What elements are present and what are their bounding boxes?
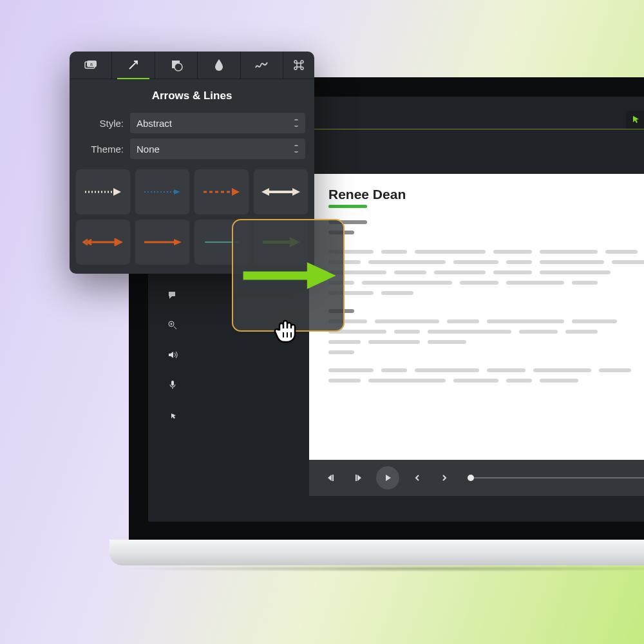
mic-tool-icon[interactable] [167, 379, 178, 390]
placeholder-text [328, 220, 644, 389]
popover-tabs: a [70, 52, 314, 79]
playback-bar [309, 460, 644, 496]
tab-command[interactable] [283, 52, 314, 79]
style-label: Style: [79, 118, 124, 129]
next-button[interactable] [435, 469, 453, 487]
laptop-base [109, 540, 644, 565]
svg-point-6 [171, 323, 172, 325]
prev-button[interactable] [408, 469, 426, 487]
timeline-scrubber[interactable] [468, 477, 644, 478]
click-tool-icon[interactable] [167, 408, 178, 420]
tab-blur[interactable] [198, 52, 240, 79]
style-select[interactable]: Abstract [130, 113, 305, 133]
callout-tool-icon[interactable] [167, 290, 178, 301]
arrow-style-dotted-blue[interactable] [135, 169, 189, 214]
tab-shape[interactable] [155, 52, 198, 79]
grab-cursor-icon [270, 316, 303, 350]
canvas-mini-toolbar [626, 111, 644, 129]
step-back-button[interactable] [322, 469, 340, 487]
canvas-area[interactable]: Renee Dean [309, 174, 644, 470]
step-fwd-button[interactable] [349, 469, 367, 487]
svg-point-13 [175, 63, 182, 71]
title-underline [328, 205, 367, 208]
arrow-style-dotted-white[interactable] [76, 169, 130, 214]
arrow-style-dashed-orange[interactable] [194, 169, 249, 214]
sound-tool-icon[interactable] [167, 349, 178, 361]
tab-text[interactable]: a [70, 52, 112, 79]
theme-select[interactable]: None [130, 138, 305, 159]
tab-arrow[interactable] [112, 52, 155, 79]
select-tool-icon[interactable] [630, 113, 643, 126]
popover-title: Arrows & Lines [70, 79, 314, 110]
drag-preview [232, 219, 345, 332]
play-button[interactable] [376, 466, 399, 489]
arrow-style-feather-orange[interactable] [76, 220, 130, 265]
svg-text:a: a [90, 62, 93, 66]
side-toolbar [160, 290, 185, 420]
arrow-style-double-white[interactable] [254, 169, 308, 214]
document-title: Renee Dean [328, 187, 406, 202]
arrow-style-solid-orange[interactable] [135, 220, 189, 265]
theme-label: Theme: [79, 144, 124, 155]
target-tool-icon[interactable] [167, 319, 178, 331]
svg-rect-7 [171, 381, 174, 386]
tab-scribble[interactable] [241, 52, 283, 79]
laptop-shadow [116, 565, 644, 572]
